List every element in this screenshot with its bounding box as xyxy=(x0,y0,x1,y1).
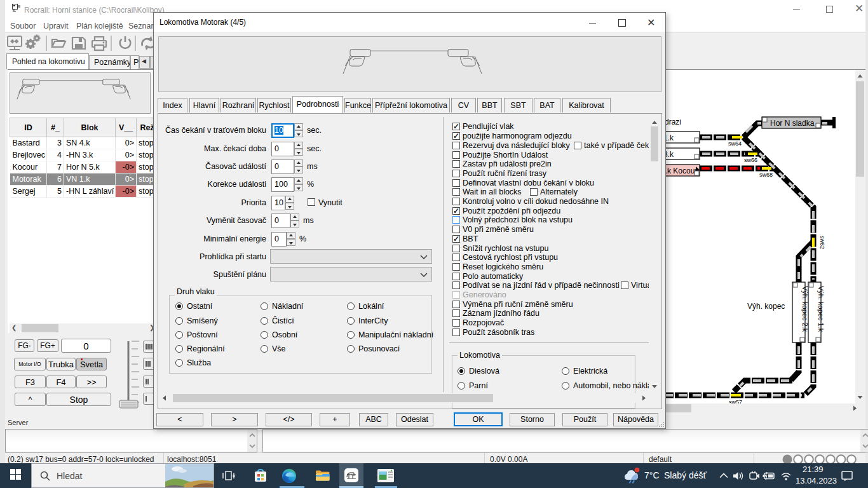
svg-text:drazi: drazi xyxy=(665,118,681,126)
svg-text:Výh. kopec 2.k: Výh. kopec 2.k xyxy=(801,286,809,332)
svg-text:sw64: sw64 xyxy=(728,140,742,147)
svg-text:sw62: sw62 xyxy=(819,236,825,249)
svg-text:Hor N sladka: Hor N sladka xyxy=(770,119,815,128)
svg-text:Výh. kopec 1.k: Výh. kopec 1.k xyxy=(817,286,825,332)
svg-text:sw68: sw68 xyxy=(759,172,773,178)
svg-text:5.k Kocour: 5.k Kocour xyxy=(661,166,697,175)
svg-text:Výh. kopec: Výh. kopec xyxy=(747,302,785,311)
svg-text:sw66: sw66 xyxy=(744,157,757,163)
svg-text:sw57: sw57 xyxy=(729,399,742,403)
